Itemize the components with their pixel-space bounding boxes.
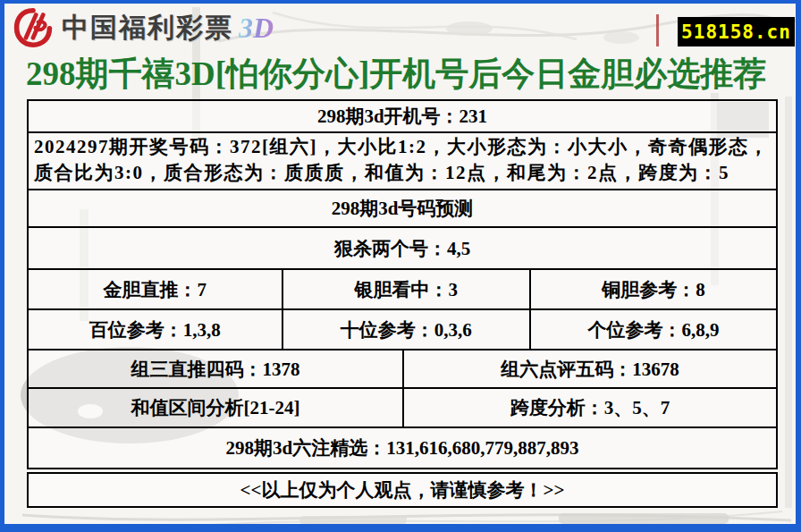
cell-tens-ref: 十位参考：0,3,6 xyxy=(282,310,530,349)
row-analysis: 和值区间分析[21-24] 跨度分析：3、5、7 xyxy=(29,389,776,428)
cell-units-ref: 个位参考：6,8,9 xyxy=(529,310,776,349)
row-last-draw-summary: 2024297期开奖号码：372[组六]，大小比1:2，大小形态为：小大小，奇奇… xyxy=(29,133,776,190)
prediction-table: 298期3d开机号：231 2024297期开奖号码：372[组六]，大小比1:… xyxy=(27,99,778,469)
row-position-reference: 百位参考：1,3,8 十位参考：0,3,6 个位参考：6,8,9 xyxy=(29,310,776,350)
cell-span-analysis: 跨度分析：3、5、7 xyxy=(402,389,776,426)
brand-suffix-3d: 3D xyxy=(239,12,274,45)
row-kaiji-number: 298期3d开机号：231 xyxy=(29,101,776,133)
brand-logo: 中国福利彩票 3D xyxy=(12,6,274,49)
cell-copper-dan: 铜胆参考：8 xyxy=(529,270,776,308)
cell-group3-four-codes: 组三直推四码：1378 xyxy=(29,350,402,387)
page-title: 298期千禧3D[怕你分心]开机号后今日金胆必选推荐 xyxy=(26,52,781,97)
cell-hundreds-ref: 百位参考：1,3,8 xyxy=(29,310,282,349)
cell-sum-range-analysis: 和值区间分析[21-24] xyxy=(29,389,402,426)
disclaimer-strip: <<以上仅为个人观点，请谨慎参考！>> xyxy=(27,472,778,508)
row-dan-recommend: 金胆直推：7 银胆看中：3 铜胆参考：8 xyxy=(29,270,776,310)
site-badge: 518158.cn xyxy=(678,17,795,46)
brand-name: 中国福利彩票 xyxy=(62,10,233,46)
row-six-picks: 298期3d六注精选：131,616,680,779,887,893 xyxy=(29,428,776,468)
cell-group6-five-codes: 组六点评五码：13678 xyxy=(402,350,776,387)
row-group-codes: 组三直推四码：1378 组六点评五码：13678 xyxy=(29,350,776,389)
cell-silver-dan: 银胆看中：3 xyxy=(282,270,530,308)
row-kill-numbers: 狠杀两个号：4,5 xyxy=(29,228,776,270)
row-predict-header: 298期3d号码预测 xyxy=(29,190,776,228)
cell-gold-dan: 金胆直推：7 xyxy=(29,270,282,308)
site-header: 中国福利彩票 3D 518158.cn xyxy=(4,4,796,51)
lottery-logo-icon xyxy=(12,6,55,49)
